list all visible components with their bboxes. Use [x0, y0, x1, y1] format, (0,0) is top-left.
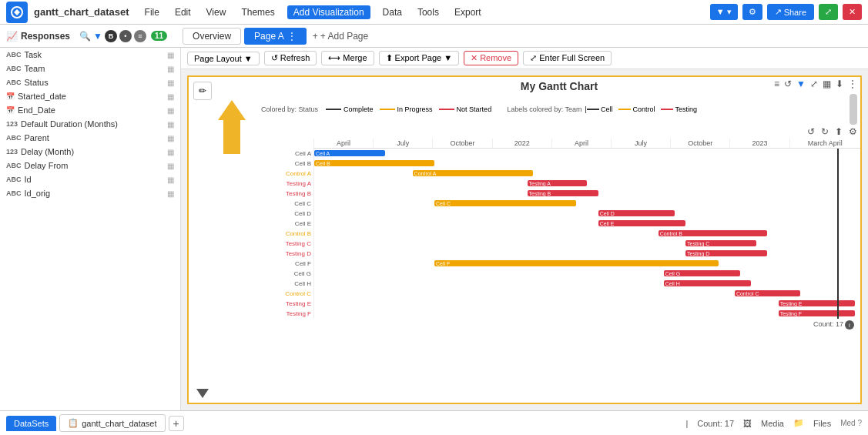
- menu-bar: File Edit View Themes Add Visualization …: [142, 5, 484, 19]
- dropdown-button[interactable]: ▼ ▾: [710, 4, 738, 20]
- content-area: Page Layout ▼ ↺ Refresh ⟷ Merge ⬆ Export…: [181, 48, 868, 410]
- dot-icon[interactable]: •: [119, 30, 132, 42]
- in-progress-line: [380, 109, 395, 110]
- menu-tools[interactable]: Tools: [414, 5, 442, 19]
- page-layout-button[interactable]: Page Layout ▼: [187, 52, 260, 65]
- dataset-item[interactable]: 📋 gantt_chart_dataset: [59, 414, 165, 432]
- tab-menu-icon[interactable]: ⋮: [287, 31, 297, 42]
- stack-icon[interactable]: ≡: [134, 30, 146, 42]
- expand-button[interactable]: ⤢: [819, 4, 838, 20]
- expand-icon[interactable]: ⤢: [810, 79, 818, 89]
- table-row: Testing C Testing C: [258, 239, 860, 249]
- bar-control-b: Control B: [659, 230, 768, 236]
- row-timeline: Cell G: [313, 269, 860, 279]
- bar-testing-c: Testing C: [685, 240, 756, 246]
- menu-file[interactable]: File: [142, 5, 163, 19]
- filter-icon[interactable]: ▼: [93, 31, 102, 42]
- fullscreen-button[interactable]: ⤢ Enter Full Screen: [523, 51, 612, 65]
- add-dataset-button[interactable]: +: [169, 416, 184, 431]
- sidebar-item-default-duration[interactable]: 123 Default Duration (Months) ▦: [0, 117, 180, 131]
- sidebar-item-id[interactable]: ABC Id ▦: [0, 172, 180, 186]
- bar-cell-e: Cell E: [598, 220, 685, 226]
- row-label-testing-d: Testing D: [258, 250, 313, 257]
- responses-label[interactable]: Responses: [21, 31, 70, 42]
- sidebar-item-status[interactable]: ABC Status ▦: [0, 75, 180, 89]
- page-tabs: Overview Page A ⋮ + + Add Page: [183, 28, 368, 45]
- refresh-button[interactable]: ↺ Refresh: [264, 51, 317, 65]
- funnel-icon[interactable]: ▼: [796, 79, 806, 89]
- bold-icon[interactable]: B: [105, 30, 117, 42]
- filter-icon[interactable]: ≡: [774, 79, 779, 89]
- month-march-april: March April: [789, 139, 860, 148]
- media-label: Media: [761, 419, 784, 428]
- sidebar-item-id-orig[interactable]: ABC Id_orig ▦: [0, 186, 180, 200]
- row-label-control-a: Control A: [258, 170, 313, 177]
- labels-colored-by: Labels colored by: Team: [507, 105, 581, 113]
- media-icon: 🖼: [743, 419, 752, 428]
- download-icon[interactable]: ⬇: [836, 79, 843, 89]
- search-icon[interactable]: 🔍: [79, 31, 91, 42]
- pencil-button[interactable]: ✏: [193, 82, 212, 100]
- remove-button[interactable]: ✕ Remove: [464, 51, 518, 65]
- tab-page-a[interactable]: Page A ⋮: [244, 28, 307, 45]
- bar-chart-icon: ▦: [167, 79, 174, 87]
- menu-themes[interactable]: Themes: [238, 5, 277, 19]
- bar-chart-icon: ▦: [167, 120, 174, 129]
- sidebar-item-delay-from[interactable]: ABC Delay From ▦: [0, 159, 180, 172]
- grid-icon[interactable]: ▦: [823, 79, 831, 89]
- sidebar-item-team[interactable]: ABC Team ▦: [0, 62, 180, 75]
- row-timeline: Testing A: [313, 179, 860, 189]
- sidebar-item-started-date[interactable]: 📅 Started_date ▦: [0, 89, 180, 103]
- row-label-testing-c: Testing C: [258, 240, 313, 247]
- labels-section: Labels colored by: Team |: [507, 105, 587, 113]
- menu-view[interactable]: View: [203, 5, 230, 19]
- sub-refresh-icon[interactable]: ↺: [807, 126, 815, 137]
- sidebar-item-delay-month[interactable]: 123 Delay (Month) ▦: [0, 145, 180, 159]
- sub-forward-icon[interactable]: ↻: [821, 126, 829, 137]
- files-label: Files: [813, 419, 831, 428]
- table-icon: 📋: [68, 418, 79, 428]
- close-button[interactable]: ✕: [843, 4, 862, 20]
- sub-controls: ↺ ↻ ⬆ ⚙: [258, 126, 860, 139]
- tab-overview[interactable]: Overview: [183, 28, 241, 45]
- app-icon: [6, 2, 28, 23]
- chart-container: ✏ My Gantt Chart ≡ ↺: [187, 75, 862, 404]
- menu-add-visualization[interactable]: Add Visualization: [287, 5, 370, 19]
- pencil-area: ✏: [193, 82, 212, 100]
- add-page-button[interactable]: + + Add Page: [313, 31, 368, 42]
- sidebar-item-end-date[interactable]: 📅 End_Date ▦: [0, 103, 180, 117]
- chart-icon: 📈: [6, 31, 18, 42]
- info-icon: i: [845, 320, 854, 330]
- row-timeline: Testing C: [313, 239, 860, 249]
- row-timeline: Testing E: [313, 299, 860, 309]
- sub-upload-icon[interactable]: ⬆: [835, 126, 843, 137]
- count-badge: 11: [151, 31, 167, 41]
- table-row: Cell C Cell C: [258, 199, 860, 209]
- menu-data[interactable]: Data: [380, 5, 405, 19]
- sidebar-item-parent[interactable]: ABC Parent ▦: [0, 131, 180, 145]
- table-row: Testing D Testing D: [258, 249, 860, 259]
- legend-in-progress: In Progress: [380, 105, 433, 113]
- refresh-icon[interactable]: ↺: [784, 79, 792, 89]
- row-label-control-c: Control C: [258, 290, 313, 297]
- sidebar-item-task[interactable]: ABC Task ▦: [0, 48, 180, 62]
- files-icon: 📁: [793, 418, 804, 428]
- menu-edit[interactable]: Edit: [172, 5, 194, 19]
- legend-scrollbar[interactable]: [850, 94, 857, 125]
- bar-testing-b: Testing B: [528, 190, 598, 196]
- page-toolbar: Page Layout ▼ ↺ Refresh ⟷ Merge ⬆ Export…: [181, 48, 868, 69]
- sub-settings-icon[interactable]: ⚙: [849, 126, 857, 137]
- datasets-tab[interactable]: DataSets: [6, 416, 56, 431]
- merge-button[interactable]: ⟷ Merge: [321, 51, 374, 65]
- gantt-timeline-area: April July October 2022 April July Octob…: [258, 139, 860, 403]
- bottom-triangle: [196, 389, 209, 398]
- row-timeline: Cell H: [313, 279, 860, 289]
- gantt-chart-area: My Gantt Chart ≡ ↺ ▼ ⤢ ▦ ⬇ ⋮: [258, 77, 860, 403]
- gear-button[interactable]: ⚙: [742, 4, 762, 20]
- table-row: Cell B Cell B: [258, 159, 860, 169]
- menu-icon[interactable]: ⋮: [848, 79, 857, 89]
- month-october-1: October: [432, 139, 491, 148]
- share-button[interactable]: ↗ Share: [767, 4, 814, 20]
- menu-export[interactable]: Export: [451, 5, 484, 19]
- export-page-button[interactable]: ⬆ Export Page ▼: [379, 51, 460, 65]
